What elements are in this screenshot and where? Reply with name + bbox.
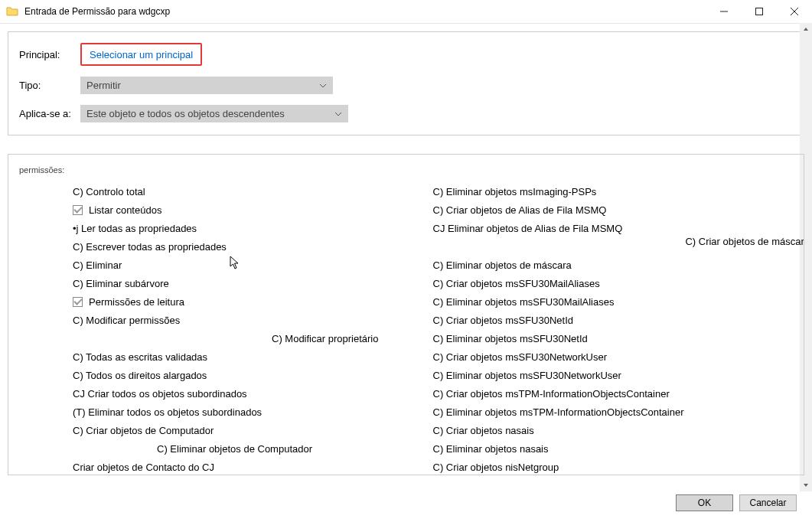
principal-panel: Principal: Selecionar um principal Tipo:…	[8, 31, 804, 135]
permission-item[interactable]: C) Criar objetos nisNetgroup	[433, 458, 794, 475]
permissions-column-right: C) Eliminar objetos msImaging-PSPsC) Cri…	[433, 182, 794, 475]
permission-item[interactable]: C) Criar objetos nasais	[433, 421, 794, 439]
close-button[interactable]	[777, 0, 812, 23]
scroll-down-icon[interactable]	[800, 479, 812, 491]
permission-label: C) Modificar proprietário	[272, 333, 378, 344]
permission-item[interactable]: Permissões de leitura	[73, 292, 433, 311]
applies-value: Este objeto e todos os objetos descenden…	[86, 108, 285, 119]
checkbox-icon[interactable]	[73, 205, 83, 215]
permission-label: C) Eliminar	[73, 259, 122, 271]
type-select[interactable]: Permitir	[80, 77, 333, 94]
permission-label: C) Criar objetos de Computador	[73, 425, 214, 436]
chevron-down-icon	[319, 82, 327, 90]
permission-label: •j Ler todas as propriedades	[73, 223, 197, 234]
permissions-heading: permissões:	[19, 165, 793, 175]
permission-label: C) Controlo total	[73, 186, 145, 197]
permission-label: CJ Eliminar objetos de Alias de Fila MSM…	[433, 223, 623, 234]
permission-label: C) Criar objetos msSFU30NetId	[433, 315, 574, 326]
permission-item[interactable]: C) Criar objetos msSFU30NetworkUser	[433, 347, 794, 366]
dialog-button-bar: OK Cancelar	[676, 494, 797, 511]
permission-item[interactable]: (T) Eliminar todos os objetos subordinad…	[73, 403, 433, 421]
permission-label: C) Eliminar objetos nasais	[433, 443, 549, 455]
permission-item[interactable]: C) Todas as escritas validadas	[73, 347, 433, 366]
permission-label: CJ Criar todos os objetos subordinados	[73, 388, 247, 400]
permission-item[interactable]: C) Eliminar objetos de Computador	[157, 439, 433, 458]
permission-item[interactable]: C) Criar objetos de Computador	[73, 421, 433, 439]
permission-item[interactable]: C) Eliminar objetos msSFU30MailAliases	[433, 292, 794, 311]
permission-label: (T) Eliminar todos os objetos subordinad…	[73, 406, 262, 418]
type-row: Tipo: Permitir	[19, 77, 793, 94]
permission-item[interactable]: Listar conteúdos	[73, 201, 433, 219]
permissions-overflow-item[interactable]: C) Criar objetos de máscara	[685, 236, 804, 247]
permission-label: C) Eliminar objetos msSFU30NetId	[433, 333, 588, 344]
principal-label: Principal:	[19, 49, 80, 60]
permission-label: C) Eliminar objetos de máscara	[433, 259, 572, 271]
titlebar: Entrada de Permissão para wdgcxp	[0, 0, 812, 23]
permission-label: Permissões de leitura	[89, 296, 184, 308]
permission-item[interactable]: C) Controlo total	[73, 182, 433, 201]
permission-item[interactable]: C) Criar objetos msTPM-InformationObject…	[433, 384, 794, 403]
permission-label: C) Eliminar objetos msTPM-InformationObj…	[433, 406, 684, 418]
applies-select[interactable]: Este objeto e todos os objetos descenden…	[80, 105, 348, 122]
permission-label: C) Eliminar subárvore	[73, 278, 169, 289]
permission-label: C) Eliminar objetos msSFU30MailAliases	[433, 296, 615, 308]
cancel-button[interactable]: Cancelar	[739, 494, 797, 511]
permission-label: C) Criar objetos nasais	[433, 425, 534, 436]
permission-label: C) Eliminar objetos msImaging-PSPs	[433, 186, 597, 197]
permission-item[interactable]: C) Eliminar objetos msSFU30NetworkUser	[433, 366, 794, 384]
permission-label: Criar objetos de Contacto do CJ	[73, 462, 214, 473]
checkbox-icon[interactable]	[73, 297, 83, 307]
permission-item[interactable]: •j Ler todas as propriedades	[73, 219, 433, 237]
permission-item[interactable]: C) Eliminar objetos de máscara	[433, 256, 794, 274]
permissions-column-left: C) Controlo totalListar conteúdos•j Ler …	[73, 182, 433, 475]
permission-label: C) Criar objetos msSFU30NetworkUser	[433, 351, 608, 363]
permission-label: C) Eliminar objetos msSFU30NetworkUser	[433, 370, 621, 381]
permission-label: C) Eliminar objetos de Computador	[157, 443, 312, 455]
permission-label: Listar conteúdos	[89, 204, 161, 216]
chevron-down-icon	[334, 110, 342, 118]
permission-label: C) Todos os direitos alargados	[73, 370, 207, 381]
permission-item[interactable]: C) Eliminar objetos nasais	[433, 439, 794, 458]
permission-item[interactable]: CJ Criar todos os objetos subordinados	[73, 384, 433, 403]
permission-item[interactable]: C) Modificar permissões	[73, 311, 433, 329]
maximize-button[interactable]	[742, 0, 777, 23]
principal-select-highlight: Selecionar um principal	[80, 43, 202, 66]
type-value: Permitir	[86, 80, 121, 91]
permission-item[interactable]: C) Eliminar subárvore	[73, 274, 433, 292]
permission-label: C) Criar objetos msSFU30MailAliases	[433, 278, 600, 289]
permission-item[interactable]: C) Eliminar objetos msImaging-PSPs	[433, 182, 794, 201]
permission-item[interactable]: C) Escrever todas as propriedades	[73, 237, 433, 256]
scroll-up-icon[interactable]	[800, 23, 812, 35]
permission-label: C) Escrever todas as propriedades	[73, 241, 227, 253]
window-controls	[706, 0, 812, 23]
permission-item[interactable]: C) Criar objetos msSFU30NetId	[433, 311, 794, 329]
applies-row: Aplica-se a: Este objeto e todos os obje…	[19, 105, 793, 122]
permission-label: C) Criar objetos de Alias de Fila MSMQ	[433, 204, 607, 216]
permission-item[interactable]: C) Criar objetos de Alias de Fila MSMQ	[433, 201, 794, 219]
permission-item[interactable]: C) Todos os direitos alargados	[73, 366, 433, 384]
principal-row: Principal: Selecionar um principal	[19, 43, 793, 66]
permission-item[interactable]: C) Eliminar objetos msTPM-InformationObj…	[433, 403, 794, 421]
permission-label: C) Criar objetos msTPM-InformationObject…	[433, 388, 670, 400]
permission-item[interactable]: C) Eliminar objetos msSFU30NetId	[433, 329, 794, 347]
permission-item[interactable]: CJ Eliminar objetos de Alias de Fila MSM…	[433, 219, 794, 237]
applies-label: Aplica-se a:	[19, 108, 80, 119]
permission-item[interactable]: C) Eliminar	[73, 256, 433, 274]
permission-label: C) Modificar permissões	[73, 315, 180, 326]
ok-button[interactable]: OK	[676, 494, 733, 511]
window-title: Entrada de Permissão para wdgcxp	[24, 6, 170, 17]
permission-item[interactable]: Criar objetos de Contacto do CJ	[73, 458, 433, 475]
permission-item[interactable]: C) Modificar proprietário	[272, 329, 433, 347]
permissions-panel: permissões: C) Controlo totalListar cont…	[8, 154, 804, 475]
select-principal-link[interactable]: Selecionar um principal	[90, 49, 193, 60]
type-label: Tipo:	[19, 80, 80, 91]
folder-icon	[6, 5, 18, 18]
minimize-button[interactable]	[706, 0, 742, 23]
permission-label: C) Todas as escritas validadas	[73, 351, 207, 363]
permission-item[interactable]: C) Criar objetos msSFU30MailAliases	[433, 274, 794, 292]
permission-label: C) Criar objetos nisNetgroup	[433, 462, 559, 473]
svg-rect-1	[756, 8, 763, 15]
